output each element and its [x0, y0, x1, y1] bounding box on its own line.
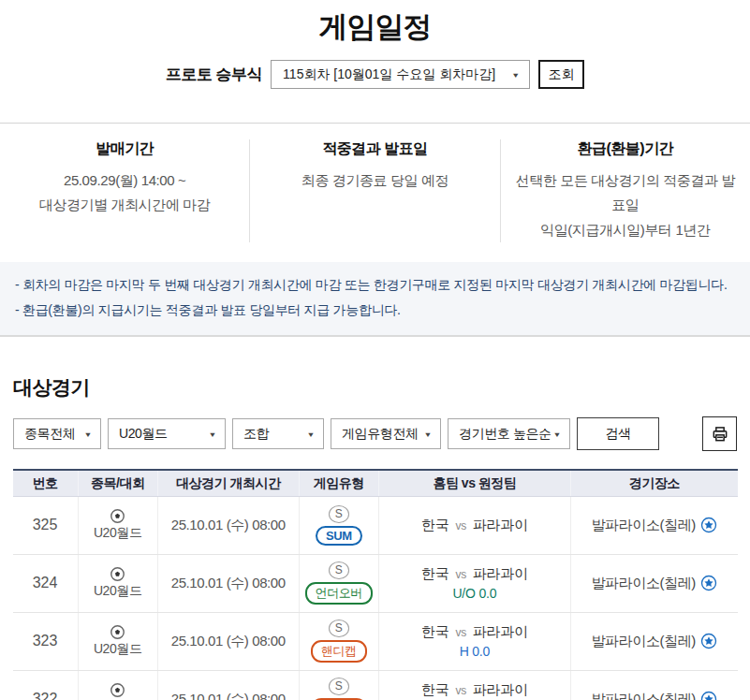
vs-label: vs [455, 519, 465, 532]
filter-league-value: U20월드 [119, 426, 168, 443]
filter-sort-select[interactable]: 경기번호 높은순 ▼ [448, 418, 570, 449]
venue-cell: 발파라이소(칠레) [570, 612, 737, 670]
col-header-teams: 홈팀 vs 원정팀 [378, 470, 570, 496]
filter-sort-value: 경기번호 높은순 [459, 426, 551, 443]
match-number: 324 [13, 554, 79, 612]
caret-down-icon: ▼ [552, 430, 561, 439]
handicap-value: U/O 0.0 [452, 586, 496, 601]
match-time: 25.10.01 (수) 08:00 [157, 670, 299, 700]
print-button[interactable] [702, 416, 737, 451]
notice-box: - 회차의 마감은 마지막 두 번째 대상경기 개최시간에 마감 또는 한경기구… [0, 262, 750, 338]
venue-label: 발파라이소(칠레) [592, 575, 696, 592]
star-icon[interactable] [700, 517, 717, 533]
match-league-cell: U20월드 [78, 612, 157, 670]
match-time: 25.10.01 (수) 08:00 [157, 554, 299, 612]
info-line: 대상경기별 개최시간에 마감 [13, 193, 236, 217]
info-title: 환급(환불)기간 [514, 139, 737, 159]
table-row[interactable]: 325 U20월드 25.10.01 (수) 08:00 S SUM [13, 496, 738, 554]
info-title: 발매기간 [13, 139, 236, 159]
round-select-value: 115회차 [10월01일 수요일 회차마감] [283, 66, 495, 83]
caret-down-icon: ▼ [423, 430, 432, 439]
soccer-icon [110, 682, 125, 698]
col-header-no: 번호 [13, 470, 79, 496]
notice-line: - 환급(환불)의 지급시기는 적중결과 발표 당일부터 지급 가능합니다. [15, 298, 735, 323]
info-col-sale-period: 발매기간 25.09.29(월) 14:00 ~ 대상경기별 개최시간에 마감 [0, 139, 249, 242]
match-table-body: 325 U20월드 25.10.01 (수) 08:00 S SUM [13, 496, 738, 700]
match-number: 323 [13, 612, 79, 670]
search-button[interactable]: 검색 [577, 417, 659, 450]
league-label: U20월드 [94, 641, 142, 658]
star-icon[interactable] [700, 691, 717, 700]
filter-row: 종목전체 ▼ U20월드 ▼ 조합 ▼ 게임유형전체 ▼ 경기번호 높은순 ▼ … [13, 416, 737, 451]
round-select[interactable]: 115회차 [10월01일 수요일 회차마감] ▼ [271, 60, 530, 89]
vs-label: vs [455, 626, 465, 639]
single-badge: S [329, 561, 349, 579]
teams-cell: 한국vs파라과이 H 0.0 [378, 670, 570, 700]
caret-down-icon: ▼ [83, 430, 92, 439]
filter-combo-select[interactable]: 조합 ▼ [232, 418, 324, 449]
home-team: 한국 [421, 565, 449, 581]
single-badge: S [329, 505, 349, 523]
soccer-icon [110, 566, 125, 582]
printer-icon [711, 425, 729, 444]
soccer-icon [110, 624, 125, 640]
home-team: 한국 [421, 623, 449, 639]
match-number: 325 [13, 496, 79, 554]
match-number: 322 [13, 670, 79, 700]
venue-cell: 발파라이소(칠레) [570, 554, 737, 612]
match-time: 25.10.01 (수) 08:00 [157, 612, 299, 670]
info-line: 선택한 모든 대상경기의 적중결과 발표일 [514, 168, 737, 218]
proto-label: 프로토 승부식 [166, 64, 262, 85]
venue-label: 발파라이소(칠레) [592, 517, 696, 534]
vs-label: vs [455, 684, 465, 697]
single-badge: S [329, 678, 349, 695]
league-label: U20월드 [94, 583, 142, 600]
soccer-icon [110, 508, 125, 524]
game-type-cell: S 언더오버 [299, 554, 378, 612]
match-league-cell: U20월드 [78, 496, 157, 554]
teams-cell: 한국vs파라과이 [378, 496, 570, 554]
handicap-value: H 0.0 [460, 644, 490, 659]
away-team: 파라과이 [473, 681, 528, 697]
teams-cell: 한국vs파라과이 U/O 0.0 [378, 554, 570, 612]
game-type-cell: S SUM [299, 496, 378, 554]
home-team: 한국 [421, 517, 449, 532]
col-header-game-type: 게임유형 [299, 470, 378, 496]
venue-cell: 발파라이소(칠레) [570, 496, 737, 554]
info-title: 적중결과 발표일 [263, 139, 486, 159]
game-type-cell: S 핸디캡 [299, 612, 378, 670]
filter-game-type-value: 게임유형전체 [342, 426, 419, 443]
info-line: 25.09.29(월) 14:00 ~ [13, 168, 236, 193]
match-league-cell: U20월드 [78, 670, 157, 700]
away-team: 파라과이 [473, 565, 528, 581]
table-row[interactable]: 322 U20월드 25.10.01 (수) 08:00 S 핸디캡 [13, 670, 738, 700]
inquiry-button[interactable]: 조회 [538, 60, 584, 89]
game-type-cell: S 핸디캡 [299, 670, 378, 700]
filter-sport-value: 종목전체 [24, 426, 75, 443]
table-row[interactable]: 324 U20월드 25.10.01 (수) 08:00 S 언더오버 [13, 554, 738, 612]
proto-select-row: 프로토 승부식 115회차 [10월01일 수요일 회차마감] ▼ 조회 [0, 60, 750, 89]
venue-label: 발파라이소(칠레) [592, 633, 696, 650]
info-col-refund-period: 환급(환불)기간 선택한 모든 대상경기의 적중결과 발표일 익일(지급개시일)… [500, 139, 750, 242]
filter-game-type-select[interactable]: 게임유형전체 ▼ [331, 418, 441, 449]
info-line: 익일(지급개시일)부터 1년간 [514, 218, 737, 242]
table-row[interactable]: 323 U20월드 25.10.01 (수) 08:00 S 핸디캡 [13, 612, 738, 670]
filter-sport-select[interactable]: 종목전체 ▼ [13, 418, 101, 449]
single-badge: S [329, 620, 349, 637]
away-team: 파라과이 [473, 623, 528, 639]
match-table-header: 번호 종목/대회 대상경기 개최시간 게임유형 홈팀 vs 원정팀 경기장소 [13, 470, 738, 496]
col-header-time: 대상경기 개최시간 [157, 470, 299, 496]
star-icon[interactable] [700, 633, 717, 649]
info-col-result-date: 적중결과 발표일 최종 경기종료 당일 예정 [249, 139, 499, 242]
filter-league-select[interactable]: U20월드 ▼ [108, 418, 226, 449]
match-table: 번호 종목/대회 대상경기 개최시간 게임유형 홈팀 vs 원정팀 경기장소 3… [13, 469, 738, 700]
vs-label: vs [455, 568, 465, 581]
matches-section-title: 대상경기 [13, 374, 750, 401]
col-header-league: 종목/대회 [78, 470, 157, 496]
star-icon[interactable] [700, 575, 717, 591]
match-league-cell: U20월드 [78, 554, 157, 612]
away-team: 파라과이 [473, 517, 528, 532]
teams-cell: 한국vs파라과이 H 0.0 [378, 612, 570, 670]
game-type-badge: 핸디캡 [311, 640, 367, 663]
venue-cell: 발파라이소(칠레) [570, 670, 737, 700]
